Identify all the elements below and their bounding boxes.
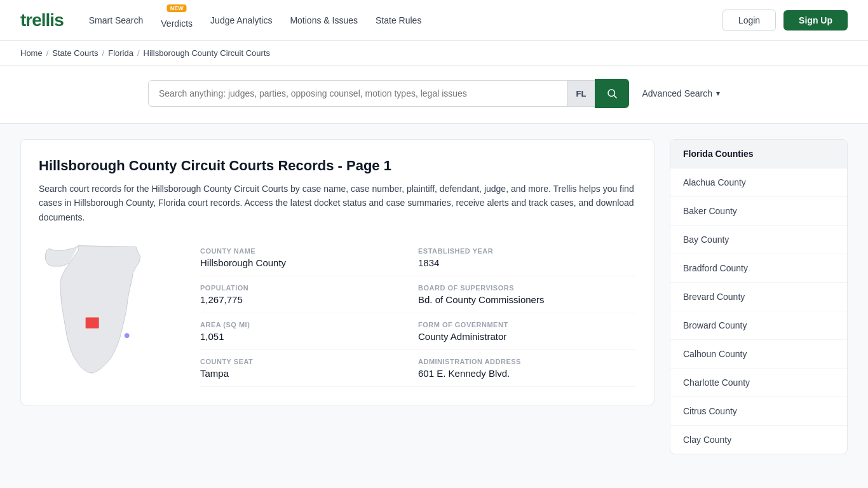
svg-line-1 xyxy=(614,95,617,98)
new-badge: NEW xyxy=(167,4,187,12)
county-info: COUNTY NAME Hillsborough County ESTABLIS… xyxy=(39,240,636,387)
admin-address-group: ADMINISTRATION ADDRESS 601 E. Kennedy Bl… xyxy=(418,350,636,387)
search-button[interactable] xyxy=(595,79,629,108)
area-group: AREA (SQ MI) 1,051 xyxy=(200,313,418,350)
breadcrumb-state[interactable]: Florida xyxy=(108,48,133,58)
nav-judge-analytics[interactable]: Judge Analytics xyxy=(210,15,272,25)
sidebar-item-broward[interactable]: Broward County xyxy=(670,311,847,340)
search-input-wrap: FL xyxy=(148,80,595,107)
login-button[interactable]: Login xyxy=(722,10,776,31)
county-name-value: Hillsborough County xyxy=(200,257,405,268)
state-badge: FL xyxy=(567,81,595,106)
header-right: Login Sign Up xyxy=(722,10,848,31)
breadcrumb-sep-1: / xyxy=(46,48,49,58)
sidebar: Florida Counties Alachua County Baker Co… xyxy=(670,139,848,454)
florida-map-svg xyxy=(39,240,179,379)
form-of-gov-group: FORM OF GOVERNMENT County Administrator xyxy=(418,313,636,350)
logo[interactable]: trellis xyxy=(20,10,64,30)
population-value: 1,267,775 xyxy=(200,294,405,305)
search-section: FL Advanced Search ▾ xyxy=(0,66,868,124)
sidebar-item-clay[interactable]: Clay County xyxy=(670,426,847,454)
breadcrumb: Home / State Courts / Florida / Hillsbor… xyxy=(0,41,868,66)
breadcrumb-current: Hillsborough County Circuit Courts xyxy=(144,48,270,58)
established-year-value: 1834 xyxy=(418,257,623,268)
sidebar-item-charlotte[interactable]: Charlotte County xyxy=(670,369,847,397)
search-input[interactable] xyxy=(149,81,567,106)
board-label: BOARD OF SUPERVISORS xyxy=(418,284,623,292)
area-label: AREA (SQ MI) xyxy=(200,321,405,329)
content-card: Hillsborough County Circuit Courts Recor… xyxy=(20,139,654,405)
sidebar-item-alachua[interactable]: Alachua County xyxy=(670,168,847,197)
form-of-gov-label: FORM OF GOVERNMENT xyxy=(418,321,623,329)
county-name-group: COUNTY NAME Hillsborough County xyxy=(200,240,418,276)
search-bar: FL Advanced Search ▾ xyxy=(148,79,720,108)
svg-point-0 xyxy=(608,90,615,97)
search-icon xyxy=(606,88,618,99)
main-nav: Smart Search NEW Verdicts Judge Analytic… xyxy=(89,12,422,29)
hillsborough-highlight xyxy=(86,318,99,329)
sidebar-header: Florida Counties xyxy=(670,140,847,168)
admin-address-value: 601 E. Kennedy Blvd. xyxy=(418,368,623,379)
population-group: POPULATION 1,267,775 xyxy=(200,276,418,313)
population-label: POPULATION xyxy=(200,284,405,292)
breadcrumb-state-courts[interactable]: State Courts xyxy=(52,48,98,58)
county-map xyxy=(39,240,185,387)
county-seat-label: COUNTY SEAT xyxy=(200,358,405,365)
tampa-dot xyxy=(125,333,130,338)
sidebar-card: Florida Counties Alachua County Baker Co… xyxy=(670,139,848,454)
page-description: Search court records for the Hillsboroug… xyxy=(39,182,636,224)
main-content: Hillsborough County Circuit Courts Recor… xyxy=(0,124,868,470)
board-value: Bd. of County Commissioners xyxy=(418,294,623,305)
nav-state-rules[interactable]: State Rules xyxy=(376,15,421,25)
header-left: trellis Smart Search NEW Verdicts Judge … xyxy=(20,10,421,30)
county-name-label: COUNTY NAME xyxy=(200,247,405,255)
county-details: COUNTY NAME Hillsborough County ESTABLIS… xyxy=(200,240,636,387)
nav-smart-search[interactable]: Smart Search xyxy=(89,15,144,25)
nav-motions-issues[interactable]: Motions & Issues xyxy=(290,15,358,25)
breadcrumb-sep-3: / xyxy=(137,48,140,58)
county-seat-group: COUNTY SEAT Tampa xyxy=(200,350,418,387)
county-seat-value: Tampa xyxy=(200,368,405,379)
chevron-down-icon: ▾ xyxy=(716,89,720,98)
sidebar-item-bradford[interactable]: Bradford County xyxy=(670,254,847,283)
nav-verdicts[interactable]: NEW Verdicts xyxy=(161,12,193,29)
signup-button[interactable]: Sign Up xyxy=(783,10,848,30)
sidebar-item-brevard[interactable]: Brevard County xyxy=(670,283,847,311)
content-area: Hillsborough County Circuit Courts Recor… xyxy=(20,139,654,454)
established-year-label: ESTABLISHED YEAR xyxy=(418,247,623,255)
breadcrumb-sep-2: / xyxy=(102,48,105,58)
advanced-search-toggle[interactable]: Advanced Search ▾ xyxy=(642,88,720,98)
admin-address-label: ADMINISTRATION ADDRESS xyxy=(418,358,623,365)
form-of-gov-value: County Administrator xyxy=(418,331,623,342)
sidebar-item-calhoun[interactable]: Calhoun County xyxy=(670,340,847,369)
page-title: Hillsborough County Circuit Courts Recor… xyxy=(39,158,636,174)
breadcrumb-home[interactable]: Home xyxy=(20,48,43,58)
advanced-search-label: Advanced Search xyxy=(642,88,712,98)
header: trellis Smart Search NEW Verdicts Judge … xyxy=(0,0,868,41)
sidebar-item-baker[interactable]: Baker County xyxy=(670,197,847,226)
area-value: 1,051 xyxy=(200,331,405,342)
board-group: BOARD OF SUPERVISORS Bd. of County Commi… xyxy=(418,276,636,313)
established-year-group: ESTABLISHED YEAR 1834 xyxy=(418,240,636,276)
sidebar-item-citrus[interactable]: Citrus County xyxy=(670,397,847,426)
sidebar-item-bay[interactable]: Bay County xyxy=(670,226,847,254)
